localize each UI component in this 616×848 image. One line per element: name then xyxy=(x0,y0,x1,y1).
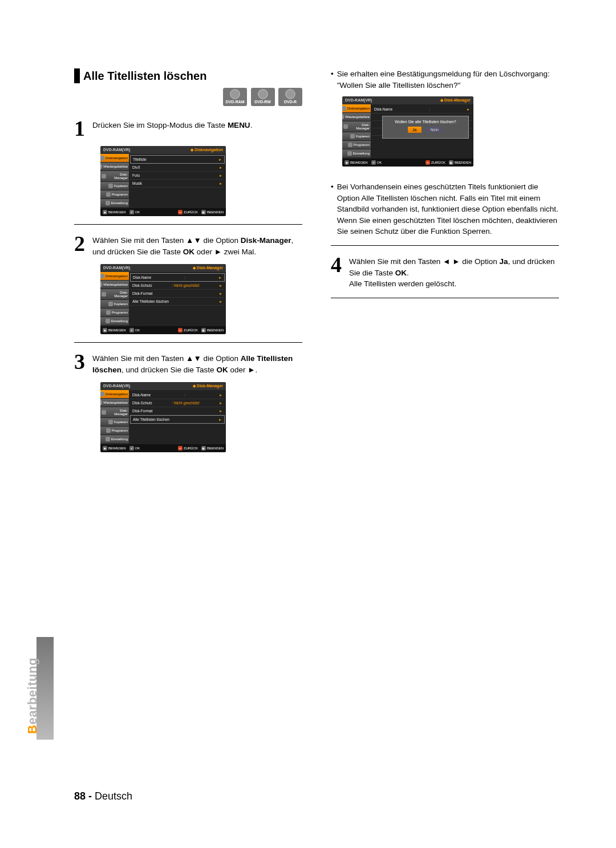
dialog-yes-button[interactable]: Ja xyxy=(407,126,422,133)
screenshot-alle-titellisten-selected: DVD-RAM(VR) ◆Disk-Manager Disknavigation… xyxy=(100,382,226,452)
section-bar-icon xyxy=(74,68,80,83)
row-disk-name: Disk-Name:► xyxy=(130,273,225,282)
sidebar-disk-manager: Disk-Manager xyxy=(100,171,129,182)
right-column: Sie erhalten eine Bestätigungsmeldung fü… xyxy=(331,68,559,458)
screen-header-left: DVD-RAM(VR) xyxy=(103,266,130,270)
divider xyxy=(331,298,559,298)
screenshot-disknavigation: DVD-RAM(VR) ◆Disknavigation Disknavigati… xyxy=(100,146,226,216)
section-heading: Alle Titellisten löschen xyxy=(74,68,302,83)
screen-header-right: ◆Disk-Manager xyxy=(440,98,471,103)
screen-footbar: ◆BEWEGEN ✔OK ↩ZURÜCK ▣BEENDEN xyxy=(100,444,226,452)
screen-sidebar: Disknavigation Wiedergabeliste Disk-Mana… xyxy=(100,154,129,208)
screen-header-left: DVD-RAM(VR) xyxy=(103,148,130,152)
screen-main: Disk-Name:► Disk-Schutz: Nicht geschützt… xyxy=(129,390,226,444)
step-text: Wählen Sie mit den Tasten ▲▼ die Option … xyxy=(92,233,302,257)
step-text: Drücken Sie im Stopp-Modus die Taste MEN… xyxy=(92,117,252,139)
row-foto: Foto► xyxy=(130,172,225,180)
section-title: Alle Titellisten löschen xyxy=(83,70,206,83)
row-titelliste: Titelliste► xyxy=(130,155,225,164)
step-number: 1 xyxy=(74,117,92,139)
sidebar-einstellung: Einstellung xyxy=(100,199,129,208)
step-text: Wählen Sie mit den Tasten ▲▼ die Option … xyxy=(92,351,302,375)
step-4: 4 Wählen Sie mit den Tasten ◄ ► die Opti… xyxy=(331,254,559,290)
page-footer: 88 - Deutsch xyxy=(74,790,132,802)
screenshot-confirm-dialog: DVD-RAM(VR) ◆Disk-Manager Disknavigation… xyxy=(342,96,473,167)
sidebar-programm: Programm xyxy=(100,190,129,199)
step-text: Wählen Sie mit den Tasten ◄ ► die Option… xyxy=(349,254,559,290)
page-language: Deutsch xyxy=(92,790,132,802)
disc-badge-dvd-ram: DVD-RAM xyxy=(223,88,247,106)
screen-header-left: DVD-RAM(VR) xyxy=(103,384,130,388)
screen-footbar: ◆BEWEGEN ✔OK ↩ZURÜCK ▣BEENDEN xyxy=(342,159,473,167)
row-disk-schutz: Disk-Schutz: Nicht geschützt► xyxy=(130,282,225,290)
disc-badge-dvd-rw: DVD-RW xyxy=(251,88,275,106)
screen-footbar: ◆BEWEGEN ✔OK ↩ZURÜCK ▣BEENDEN xyxy=(100,326,226,334)
row-musik: Musik► xyxy=(130,180,225,188)
step-2: 2 Wählen Sie mit den Tasten ▲▼ die Optio… xyxy=(74,233,302,257)
screenshot-disk-manager: DVD-RAM(VR) ◆Disk-Manager Disknavigation… xyxy=(100,264,226,334)
row-disk-format: Disk-Format► xyxy=(130,290,225,298)
side-tab-label: Bearbeitung xyxy=(25,658,40,734)
row-disk-schutz: Disk-Schutz: Nicht geschützt► xyxy=(130,399,225,407)
step-1: 1 Drücken Sie im Stopp-Modus die Taste M… xyxy=(74,117,302,139)
step-number: 2 xyxy=(74,233,92,257)
row-disk-format: Disk-Format► xyxy=(130,407,225,415)
screen-sidebar: Disknavigation Wiedergabeliste Disk-Mana… xyxy=(100,272,129,326)
screen-footbar: ◆BEWEGEN ✔OK ↩ZURÜCK ▣BEENDEN xyxy=(100,208,226,216)
screen-main: Titelliste► DivX► Foto► Musik► xyxy=(129,154,226,208)
step-3: 3 Wählen Sie mit den Tasten ▲▼ die Optio… xyxy=(74,351,302,375)
step-number: 3 xyxy=(74,351,92,375)
screen-header-right: ◆Disk-Manager xyxy=(193,266,223,270)
row-disk-name: Disk-Name:► xyxy=(130,391,225,399)
disc-compatibility-badges: DVD-RAM DVD-RW DVD-R xyxy=(74,88,302,106)
dialog-text: Wollen Sie alle Titellisten löschen? xyxy=(387,120,464,124)
row-alle-titellisten-highlighted: Alle Titellisten löschen► xyxy=(130,415,225,424)
divider xyxy=(331,245,559,246)
dialog-no-button[interactable]: Nein xyxy=(425,126,443,133)
left-column: Alle Titellisten löschen DVD-RAM DVD-RW … xyxy=(74,68,302,458)
bullet-confirm-message: Sie erhalten eine Bestätigungsmeldung fü… xyxy=(339,68,559,91)
sidebar-kopieren: Kopieren xyxy=(100,182,129,190)
screen-header-left: DVD-RAM(VR) xyxy=(345,98,372,103)
step-number: 4 xyxy=(331,254,349,290)
row-divx: DivX► xyxy=(130,164,225,172)
screen-header-right: ◆Disk-Manager xyxy=(193,384,223,388)
sidebar-disknavigation: Disknavigation xyxy=(100,154,129,163)
screen-main: Disk-Name:► Disk-Schutz: Nicht geschützt… xyxy=(129,272,226,326)
confirm-dialog: Wollen Sie alle Titellisten löschen? Ja … xyxy=(382,116,469,139)
disc-badge-dvd-r: DVD-R xyxy=(278,88,302,106)
screen-header-right: ◆Disknavigation xyxy=(191,148,223,152)
divider xyxy=(74,342,302,343)
row-alle-titellisten: Alle Titellisten löschen► xyxy=(130,298,225,306)
screen-sidebar: Disknavigation Wiedergabeliste Disk-Mana… xyxy=(342,104,371,159)
page-number: 88 - xyxy=(74,790,92,802)
bullet-protected-title: Bei Vorhandensein eines geschützten Tite… xyxy=(339,181,559,237)
sidebar-wiedergabeliste: Wiedergabeliste xyxy=(100,163,129,171)
screen-sidebar: Disknavigation Wiedergabeliste Disk-Mana… xyxy=(100,390,129,444)
divider xyxy=(74,224,302,225)
